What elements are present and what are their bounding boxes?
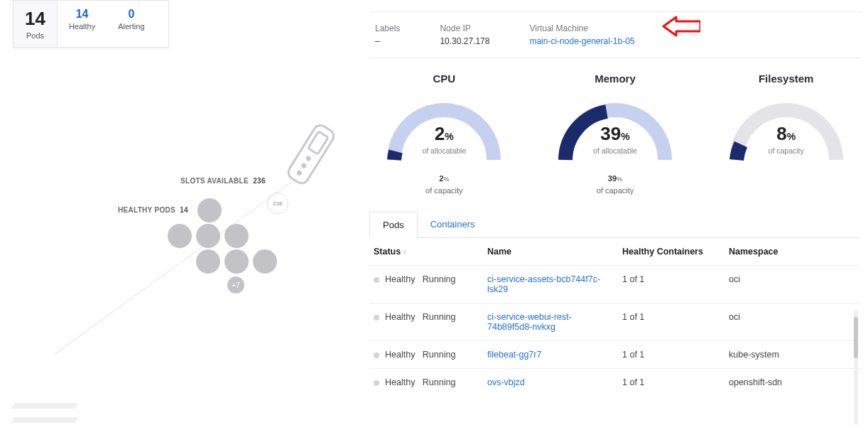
- status-dot-icon: [374, 277, 379, 283]
- memory-value: 39: [600, 123, 621, 144]
- tab-containers[interactable]: Containers: [418, 212, 488, 237]
- scrollbar[interactable]: [854, 310, 858, 425]
- detail-tabs: Pods Containers: [369, 212, 861, 238]
- table-row[interactable]: Healthy Runningovs-vbjzd1 of 1openshift-…: [369, 369, 861, 397]
- status-dot-icon: [374, 315, 379, 321]
- pod-dot[interactable]: [224, 224, 249, 248]
- table-row[interactable]: Healthy Runningci-service-assets-bcb744f…: [369, 266, 861, 303]
- cpu-foot-sub: of capacity: [425, 186, 463, 195]
- row-status: Healthy: [385, 312, 415, 322]
- node-header-row: Labels – Node IP 10.30.27.178 Virtual Ma…: [369, 11, 861, 58]
- row-name-link[interactable]: ovs-vbjzd: [487, 377, 525, 387]
- table-row[interactable]: Healthy Runningfilebeat-gg7r71 of 1kube-…: [369, 341, 861, 369]
- healthy-pods-count: 14: [180, 206, 188, 214]
- healthy-pods-label: HEALTHY PODS: [118, 206, 175, 214]
- tab-pods[interactable]: Pods: [369, 212, 418, 238]
- pods-summary: 14 Pods 14 Healthy 0 Alerting: [13, 0, 169, 48]
- pod-dot[interactable]: [253, 249, 277, 274]
- vm-link[interactable]: main-ci-node-general-1b-05: [529, 36, 634, 46]
- cpu-value: 2: [435, 123, 445, 144]
- col-healthy[interactable]: Healthy Containers: [618, 238, 725, 266]
- node-topology-viz[interactable]: SLOTS AVAILABLE 236 HEALTHY PODS 14 236: [13, 133, 334, 403]
- pod-dot[interactable]: [168, 224, 192, 248]
- row-name-link[interactable]: ci-service-assets-bcb744f7c-lsk29: [487, 274, 600, 294]
- filesystem-gauge[interactable]: Filesystem 8% of capacity: [711, 72, 861, 196]
- nodeip-key: Node IP: [440, 23, 489, 33]
- cpu-foot-unit: %: [443, 176, 449, 183]
- col-name[interactable]: Name: [483, 238, 618, 266]
- row-state: Running: [423, 377, 456, 387]
- row-state: Running: [423, 312, 456, 322]
- node-device-icon: [283, 119, 338, 203]
- summary-total[interactable]: 14 Pods: [13, 1, 57, 47]
- pod-dot[interactable]: [197, 198, 222, 222]
- summary-healthy[interactable]: 14 Healthy: [57, 1, 107, 47]
- sort-asc-icon: ↑: [403, 247, 407, 256]
- slots-available-label: SLOTS AVAILABLE: [180, 177, 249, 185]
- nodeip-value: 10.30.27.178: [440, 36, 489, 46]
- row-healthy: 1 of 1: [618, 369, 725, 397]
- labels-key: Labels: [375, 23, 400, 33]
- cpu-sub: of allocatable: [380, 146, 508, 155]
- memory-foot-unit: %: [617, 176, 622, 183]
- filesystem-title: Filesystem: [711, 72, 861, 85]
- memory-foot-value: 39: [608, 174, 617, 183]
- svg-point-3: [300, 162, 308, 169]
- table-row[interactable]: Healthy Runningci-service-webui-rest-74b…: [369, 303, 861, 341]
- status-dot-icon: [374, 353, 379, 358]
- summary-healthy-label: Healthy: [69, 22, 95, 31]
- summary-alerting-count: 0: [118, 8, 144, 21]
- memory-foot-sub: of capacity: [597, 186, 634, 195]
- row-status: Healthy: [385, 377, 415, 387]
- filesystem-value: 8: [776, 123, 786, 144]
- row-name-link[interactable]: ci-service-webui-rest-74b89f5d8-nvkxg: [487, 312, 572, 332]
- summary-healthy-count: 14: [69, 8, 95, 21]
- svg-rect-0: [286, 123, 336, 186]
- row-status: Healthy: [385, 350, 415, 360]
- row-name-link[interactable]: filebeat-gg7r7: [487, 350, 541, 360]
- summary-total-count: 14: [25, 8, 45, 30]
- vm-key: Virtual Machine: [529, 23, 634, 33]
- nodeip-column: Node IP 10.30.27.178: [440, 23, 489, 46]
- row-healthy: 1 of 1: [618, 266, 725, 303]
- row-namespace: kube-system: [725, 341, 861, 369]
- summary-total-label: Pods: [25, 31, 45, 40]
- row-state: Running: [423, 350, 456, 360]
- pod-dot[interactable]: [196, 249, 220, 274]
- col-status[interactable]: Status↑: [369, 238, 483, 266]
- cpu-title: CPU: [369, 72, 519, 85]
- svg-point-2: [305, 155, 312, 162]
- filesystem-sub: of capacity: [722, 146, 850, 155]
- memory-title: Memory: [541, 72, 690, 85]
- row-status: Healthy: [385, 274, 415, 284]
- row-healthy: 1 of 1: [618, 303, 725, 341]
- status-dot-icon: [374, 380, 379, 386]
- labels-column: Labels –: [375, 23, 400, 46]
- pods-table: Status↑ Name Healthy Containers Namespac…: [369, 238, 861, 396]
- pod-dot[interactable]: [196, 224, 220, 248]
- scrollbar-thumb[interactable]: [854, 317, 858, 358]
- slots-ring-value: 236: [273, 200, 282, 207]
- memory-sub: of allocatable: [551, 146, 679, 155]
- row-namespace: oci: [725, 303, 861, 341]
- summary-alerting-label: Alerting: [118, 22, 144, 31]
- memory-gauge[interactable]: Memory 39% of allocatable 39%of capacity: [541, 72, 690, 196]
- row-namespace: openshift-sdn: [725, 369, 861, 397]
- pod-overflow-badge[interactable]: +7: [226, 275, 246, 295]
- pod-dot[interactable]: [224, 249, 249, 274]
- cpu-gauge[interactable]: CPU 2% of allocatable 2%of capacity: [369, 72, 519, 196]
- col-namespace[interactable]: Namespace: [725, 238, 861, 266]
- row-state: Running: [423, 274, 456, 284]
- annotation-arrow-icon: [662, 16, 700, 37]
- pod-overflow-count: +7: [232, 281, 239, 289]
- labels-value: –: [375, 36, 400, 46]
- row-namespace: oci: [725, 266, 861, 303]
- row-healthy: 1 of 1: [618, 341, 725, 369]
- summary-alerting[interactable]: 0 Alerting: [107, 1, 156, 47]
- svg-point-4: [296, 170, 303, 177]
- slots-available-count: 236: [253, 177, 266, 185]
- vm-column: Virtual Machine main-ci-node-general-1b-…: [529, 23, 634, 46]
- utilization-gauges: CPU 2% of allocatable 2%of capacity Memo…: [369, 72, 861, 196]
- slots-ring-icon: 236: [267, 193, 288, 214]
